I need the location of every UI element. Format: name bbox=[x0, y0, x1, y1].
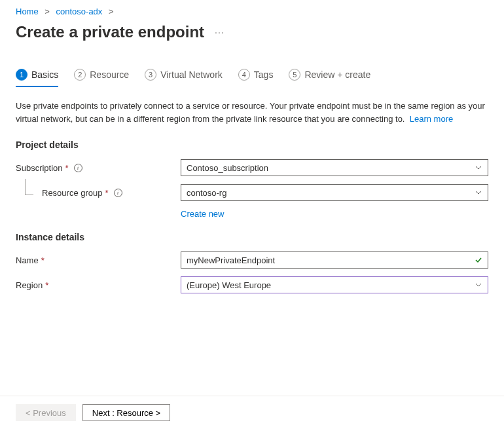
chevron-down-icon bbox=[475, 189, 482, 196]
check-icon bbox=[475, 256, 482, 264]
more-actions-button[interactable]: ··· bbox=[215, 27, 225, 37]
section-instance-details: Instance details bbox=[16, 232, 488, 242]
tab-review-create[interactable]: 5 Review + create bbox=[289, 65, 370, 87]
chevron-down-icon bbox=[475, 164, 482, 172]
breadcrumb-home[interactable]: Home bbox=[16, 7, 39, 16]
breadcrumb-item[interactable]: contoso-adx bbox=[56, 7, 103, 16]
tab-virtual-network[interactable]: 3 Virtual Network bbox=[145, 65, 223, 87]
resource-group-dropdown[interactable]: contoso-rg bbox=[181, 184, 488, 201]
step-number: 3 bbox=[145, 69, 156, 81]
tab-label: Tags bbox=[254, 69, 274, 80]
breadcrumb-sep: > bbox=[109, 7, 114, 16]
section-project-details: Project details bbox=[16, 140, 488, 150]
tab-resource[interactable]: 2 Resource bbox=[74, 65, 129, 87]
required-indicator: * bbox=[45, 280, 48, 290]
region-label: Region * bbox=[16, 280, 181, 290]
next-button[interactable]: Next : Resource > bbox=[82, 404, 170, 421]
learn-more-link[interactable]: Learn more bbox=[410, 114, 453, 124]
required-indicator: * bbox=[41, 255, 45, 265]
step-number: 5 bbox=[289, 69, 300, 81]
subscription-label: Subscription * i bbox=[16, 163, 181, 173]
previous-button: < Previous bbox=[16, 404, 76, 421]
tab-label: Review + create bbox=[304, 69, 370, 80]
wizard-tabs: 1 Basics 2 Resource 3 Virtual Network 4 … bbox=[0, 65, 504, 88]
intro-text: Use private endpoints to privately conne… bbox=[16, 100, 488, 125]
create-new-rg-link[interactable]: Create new bbox=[181, 209, 488, 219]
resource-group-label: Resource group * i bbox=[16, 188, 181, 198]
tab-label: Resource bbox=[90, 69, 129, 80]
info-icon[interactable]: i bbox=[114, 189, 122, 197]
region-dropdown[interactable]: (Europe) West Europe bbox=[181, 276, 488, 293]
name-label: Name * bbox=[16, 255, 181, 265]
tab-basics[interactable]: 1 Basics bbox=[16, 65, 58, 87]
required-indicator: * bbox=[105, 188, 109, 198]
subscription-dropdown[interactable]: Contoso_subscription bbox=[181, 159, 488, 176]
step-number: 1 bbox=[16, 69, 27, 81]
breadcrumb: Home > contoso-adx > bbox=[0, 0, 504, 19]
breadcrumb-sep: > bbox=[45, 7, 50, 16]
step-number: 2 bbox=[74, 69, 86, 81]
tab-label: Virtual Network bbox=[160, 69, 223, 80]
info-icon[interactable]: i bbox=[74, 164, 82, 172]
chevron-down-icon bbox=[475, 281, 482, 289]
name-input[interactable]: myNewPrivateEndpoint bbox=[181, 252, 488, 269]
step-number: 4 bbox=[238, 69, 250, 81]
required-indicator: * bbox=[65, 163, 69, 173]
wizard-footer: < Previous Next : Resource > bbox=[0, 396, 504, 429]
tab-tags[interactable]: 4 Tags bbox=[238, 65, 274, 87]
page-title: Create a private endpoint bbox=[16, 23, 204, 41]
tab-label: Basics bbox=[31, 69, 58, 80]
